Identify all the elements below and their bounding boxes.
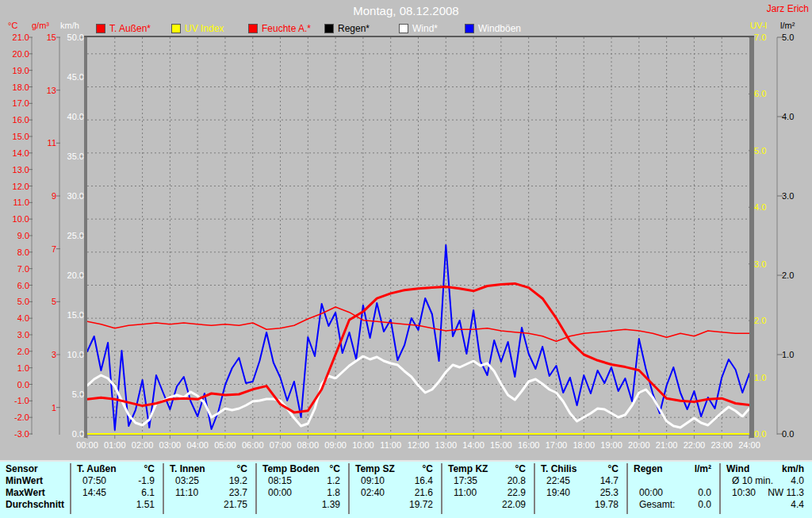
ytick-uv: 2.0 [754,316,766,325]
ytick-rain: 5.0 [782,33,794,42]
ytick-uv: 6.0 [754,89,766,98]
cell-time: 19:40 [546,487,570,499]
legend-item-label: UV Index [185,23,224,34]
legend-item-label: Wind* [412,23,438,34]
ytick-temp_c: 5.0 [1,297,29,306]
table-max-row: 02:4021.6 [350,487,441,499]
table-avg-row: 4.4 [721,499,812,511]
table-group-header: T. Chilis°C [535,463,626,475]
xtick-label: 17:00 [541,440,571,450]
ytick-wind: 50.0 [56,33,84,42]
legend-swatch-icon [249,25,257,33]
xtick-label: 15:00 [486,440,516,450]
legend-item-windb-en: Windböen [465,24,521,33]
table-min-row: 03:2519.2 [164,475,255,487]
ytick-uv: 4.0 [754,202,766,212]
axis-unit-uv: UV-I [750,21,767,30]
sensor-unit: °C [515,463,526,475]
ytick-wind: 0.0 [56,429,84,439]
ytick-rain: 1.0 [782,350,794,359]
cell-time: 14:45 [82,487,106,499]
table-min-row [628,475,719,487]
xtick-label: 02:00 [128,440,158,450]
cell-time: Gesamt: [639,499,675,511]
axis-unit-temp_c: °C [8,21,17,30]
cell-time: 22:45 [546,475,570,487]
table-min-row: 09:1016.4 [350,475,441,487]
legend-swatch-icon [97,25,105,33]
weather-app-window: { "header": { "title": "Montag, 08.12.20… [0,0,812,518]
xtick-label: 07:00 [266,440,296,450]
ytick-uv: 0.0 [754,429,766,439]
cell-value: 21.6 [415,487,433,499]
table-max-row: 00:000.0 [628,487,719,499]
cell-time: 09:10 [361,475,385,487]
sensor-unit: °C [330,463,340,475]
ytick-temp_c: 20.0 [1,49,29,59]
xtick-label: 10:00 [348,440,378,450]
ytick-humidity: 9 [28,191,56,201]
legend-item-feuchte-a-: Feuchte A.* [249,24,311,33]
legend-swatch-icon [325,25,333,33]
ytick-temp_c: 14.0 [1,148,29,158]
ytick-temp_c: 13.0 [1,165,29,175]
ytick-temp_c: 10.0 [1,214,29,224]
xtick-label: 06:00 [238,440,268,450]
cell-value: 0.0 [698,499,711,511]
legend-item-label: Windböen [478,23,521,34]
table-group-wind: Windkm/hØ 10 min.4.010:30NW 11.34.4 [719,463,812,514]
cell-time: 00:00 [639,487,663,499]
xtick-label: 05:00 [210,440,240,450]
table-group-regen: Regenl/m²00:000.0Gesamt:0.0 [626,463,719,514]
table-avg-row: 22.09 [442,499,534,511]
legend-item-uv-index: UV Index [172,24,224,33]
table-max-row: 11:1023.7 [164,487,255,499]
ytick-temp_c: 4.0 [1,313,29,323]
table-group-t-au-en: T. Außen°C07:50-1.914:456.11.51 [70,463,163,514]
table-avg-row: 19.78 [535,499,626,511]
cell-time: 10:30 [732,487,756,499]
summary-table: SensorMinWertMaxWertDurchschnittT. Außen… [0,460,812,518]
legend-swatch-icon [172,25,180,33]
ytick-temp_c: 12.0 [1,182,29,191]
table-avg-row: 19.72 [350,499,441,511]
sensor-name: Temp SZ [355,463,395,475]
page-title: Montag, 08.12.2008 [0,4,812,17]
ytick-wind: 20.0 [56,271,84,280]
table-avg-row: Gesamt:0.0 [628,499,719,511]
xtick-label: 21:00 [652,440,682,450]
watermark-author: Jarz Erich [767,3,809,14]
table-row-label: Durchschnitt [0,499,70,511]
axis-unit-rain: l/m² [780,21,795,30]
legend-swatch-icon [465,25,473,33]
table-row-label: MaxWert [0,487,70,499]
ytick-temp_c: 19.0 [1,66,29,75]
table-group-temp-boden: Temp Boden°C08:151.200:001.81.39 [255,463,348,514]
ytick-rain: 2.0 [782,271,794,280]
cell-time: 17:35 [454,475,477,487]
xtick-label: 04:00 [182,440,213,450]
xtick-label: 11:00 [376,440,406,450]
table-group-header: T. Außen°C [71,463,163,475]
ytick-temp_c: 11.0 [1,198,29,207]
ytick-rain: 0.0 [782,429,794,439]
ytick-wind: 15.0 [56,310,84,320]
sensor-name: Temp Boden [262,463,320,475]
ytick-humidity: 7 [28,244,56,254]
cell-value: 25.3 [600,487,619,499]
cell-value: 22.09 [502,499,526,511]
cell-value: 16.4 [415,475,433,487]
chart-canvas [0,0,812,459]
sensor-name: Temp KZ [448,463,488,475]
xtick-label: 14:00 [458,440,488,450]
cell-value: 1.2 [327,475,340,487]
legend-item-wind-: Wind* [400,24,438,33]
ytick-humidity: 3 [28,350,56,359]
cell-time: 00:00 [268,487,292,499]
xtick-label: 19:00 [596,440,626,450]
ytick-temp_c: 16.0 [1,115,29,125]
cell-time: 07:50 [82,475,106,487]
legend-item-label: Regen* [338,23,370,34]
table-max-row: 19:4025.3 [535,487,626,499]
ytick-wind: 5.0 [56,389,84,399]
